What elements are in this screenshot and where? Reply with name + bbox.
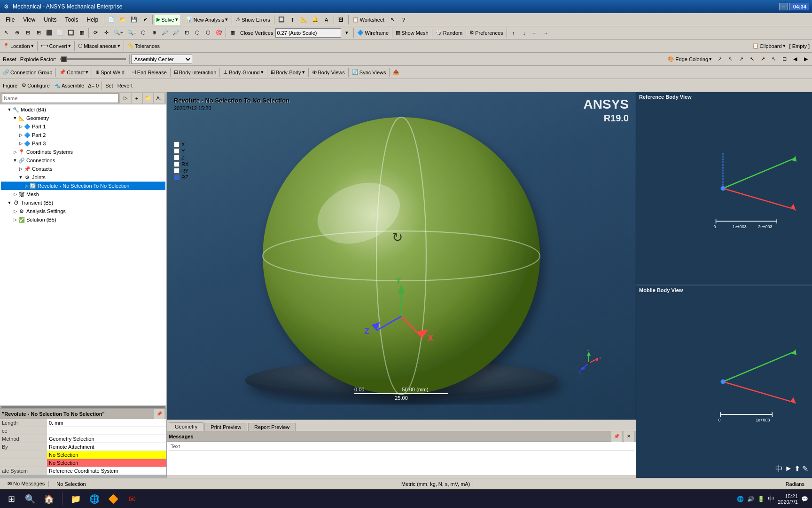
detail-val-method[interactable]: Geometry Selection (47, 435, 166, 443)
detail-val-cs[interactable]: Reference Coordinate System (47, 467, 166, 475)
clipboard-button[interactable]: 📋 Clipboard ▾ (750, 41, 788, 51)
tree-solution[interactable]: ▷ ✅ Solution (B5) (1, 215, 165, 224)
revert-btn[interactable]: Revert (116, 80, 134, 91)
tree-part3[interactable]: ▷ 🔷 Part 3 (1, 139, 165, 148)
arrow-right-icon[interactable]: ► (785, 464, 792, 474)
ec-btn5[interactable]: ↗ (757, 54, 768, 64)
select-mode-btn[interactable]: ↖ (1, 28, 11, 38)
tree-mesh[interactable]: ▷ 🕸 Mesh (1, 190, 165, 198)
detail-val-sel2[interactable]: No Selection (47, 459, 166, 467)
messages-close[interactable]: ✕ (624, 431, 634, 442)
assembly-center-select[interactable]: Assembly Center (131, 55, 192, 64)
detail-pin[interactable]: 📌 (154, 409, 164, 419)
feather-icon[interactable]: ✎ (802, 464, 808, 474)
dof-z-check[interactable] (174, 155, 180, 160)
tree-part1[interactable]: ▷ 🔷 Part 1 (1, 122, 165, 131)
tb-select2[interactable]: ⊕ (12, 28, 22, 38)
arrow[interactable]: ▷ (12, 217, 18, 222)
tb-arrow2[interactable]: ↓ (519, 28, 530, 38)
taskbar-store[interactable]: 🏠 (41, 492, 56, 507)
taskbar-mail[interactable]: ✉ (125, 492, 140, 507)
detail-val-length[interactable]: 0. mm (47, 419, 166, 427)
arrow[interactable]: ▼ (7, 200, 12, 206)
tb-save[interactable]: 💾 (129, 15, 139, 25)
start-button[interactable]: ⊞ (4, 492, 19, 507)
tray-battery[interactable]: 🔋 (757, 495, 765, 503)
tree-part2[interactable]: ▷ 🔷 Part 2 (1, 131, 165, 139)
detail-val-sel1[interactable]: No Selection (47, 451, 166, 459)
tree-revolute[interactable]: ▷ 🔄 Revolute - No Selection To No Select… (1, 182, 165, 190)
solve-button[interactable]: ▶ Solve ▾ (155, 15, 180, 25)
new-analysis-button[interactable]: 📊 New Analysis ▾ (184, 15, 230, 25)
tray-chinese[interactable]: 中 (767, 495, 775, 503)
tree-contacts[interactable]: ▷ 📌 Contacts (1, 165, 165, 173)
arrow[interactable]: ▷ (18, 132, 23, 138)
convert-button[interactable]: ⟷ Convert ▾ (39, 41, 73, 51)
tb-icon5[interactable]: A (321, 15, 332, 25)
arrow[interactable]: ▷ (12, 191, 18, 197)
menu-units[interactable]: Units (40, 16, 60, 24)
tray-network[interactable]: 🌐 (736, 495, 744, 503)
tree-joints[interactable]: ▼ ⚙ Joints (1, 173, 165, 182)
body-views-btn[interactable]: 👁 Body Views (310, 67, 347, 78)
end-release-btn[interactable]: ⊣ End Release (130, 67, 169, 78)
tb-zoom-in[interactable]: 🔍+ (112, 28, 125, 38)
arrow[interactable]: ▷ (12, 149, 18, 155)
tree-connections[interactable]: ▼ 🔗 Connections (1, 156, 165, 165)
auto-scale-input[interactable] (275, 28, 341, 38)
dof-rx-check[interactable] (174, 161, 180, 167)
ec-btn4[interactable]: ↖ (747, 54, 757, 64)
tb-nav3[interactable]: 🎯 (214, 28, 224, 38)
tolerances-button[interactable]: 📏 Tolerances (125, 41, 162, 51)
contact-btn[interactable]: 📌 Contact ▾ (57, 67, 90, 78)
minimize-button[interactable]: ─ (779, 3, 788, 10)
arrow[interactable]: ▷ (12, 208, 18, 214)
tb-zoom-reset[interactable]: 🔎 (160, 28, 170, 38)
tb-help[interactable]: ? (398, 15, 409, 25)
arrow[interactable]: ▷ (18, 141, 23, 146)
menu-file[interactable]: File (2, 16, 18, 24)
tb-icon3[interactable]: 📐 (299, 15, 309, 25)
location-button[interactable]: 📍 Location ▾ (1, 41, 36, 51)
figure-btn[interactable]: Figure (1, 80, 19, 91)
tb-zoom-fit[interactable]: ⊕ (149, 28, 159, 38)
taskbar-chrome[interactable]: 🌐 (87, 492, 102, 507)
tb-select6[interactable]: ⬜ (55, 28, 65, 38)
tb-zoom-out[interactable]: 🔍- (125, 28, 138, 38)
tb-select8[interactable]: ▦ (77, 28, 87, 38)
tree-add-btn[interactable]: + (132, 93, 142, 103)
tb-select4[interactable]: ⊞ (33, 28, 44, 38)
tb-arrow3[interactable]: ← (530, 28, 540, 38)
tb-select7[interactable]: 🔲 (66, 28, 76, 38)
ec-btn1[interactable]: ↗ (714, 54, 725, 64)
tray-volume[interactable]: 🔊 (747, 495, 754, 503)
tree-search-input[interactable] (2, 94, 118, 103)
tb-rotate[interactable]: ⟳ (90, 28, 101, 38)
tb-new[interactable]: 📄 (106, 15, 117, 25)
arrow[interactable]: ▷ (18, 166, 23, 172)
body-interaction-btn[interactable]: ⊞ Body Interaction (172, 67, 219, 78)
tb-icon1[interactable]: 🔲 (276, 15, 287, 25)
cloud-icon[interactable]: ⬆ (794, 464, 800, 474)
worksheet-button[interactable]: 📋 Worksheet (351, 15, 386, 25)
ec-btn6[interactable]: ↖ (768, 54, 779, 64)
tree-expand-btn[interactable]: ▷ (120, 93, 131, 103)
arrow[interactable]: ▼ (12, 115, 18, 121)
explode-slider[interactable] (60, 58, 126, 60)
arrow[interactable]: ▼ (12, 158, 18, 163)
tree-geometry[interactable]: ▼ 📐 Geometry (1, 114, 165, 122)
vertices-btn[interactable]: Close Vertices (238, 28, 275, 38)
random-button[interactable]: 🎲 Random (434, 28, 465, 38)
viewport[interactable]: X Y Z Revolute - No Selection To No Sele… (167, 92, 636, 420)
tree-body[interactable]: ▼ 🔧 Model (B4) ▼ 📐 Geometry ▷ 🔷 Part 1 ▷ (0, 104, 166, 405)
ec-btn9[interactable]: ▶ (801, 54, 811, 64)
menu-view[interactable]: View (19, 16, 39, 24)
taskbar-files[interactable]: 📁 (68, 492, 83, 507)
ec-btn7[interactable]: ⊟ (779, 54, 789, 64)
messages-pin[interactable]: 📌 (611, 431, 622, 442)
tb-icon2[interactable]: T (288, 15, 298, 25)
tb-select3[interactable]: ⊟ (23, 28, 33, 38)
tb-pan[interactable]: ✛ (101, 28, 111, 38)
ec-btn2[interactable]: ↖ (725, 54, 735, 64)
tb-open[interactable]: 📂 (117, 15, 128, 25)
